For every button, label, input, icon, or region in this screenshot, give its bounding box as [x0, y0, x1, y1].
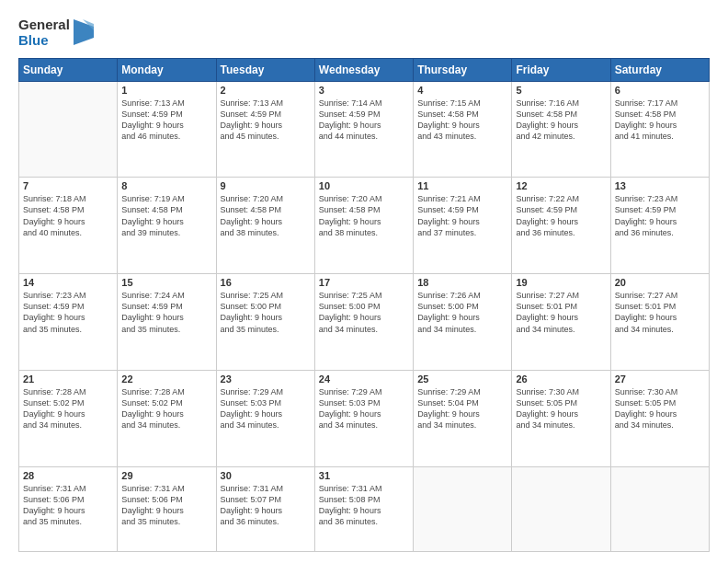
calendar-cell: [512, 466, 610, 551]
calendar-cell: 24Sunrise: 7:29 AM Sunset: 5:03 PM Dayli…: [314, 371, 413, 467]
logo: General Blue: [18, 17, 94, 49]
day-info: Sunrise: 7:20 AM Sunset: 4:58 PM Dayligh…: [221, 193, 311, 238]
day-number: 29: [121, 470, 211, 481]
logo-blue: Blue: [18, 32, 70, 48]
day-number: 12: [516, 180, 606, 191]
day-number: 5: [516, 85, 606, 96]
calendar-header-tuesday: Tuesday: [216, 58, 314, 81]
calendar-cell: 25Sunrise: 7:29 AM Sunset: 5:04 PM Dayli…: [414, 371, 512, 467]
day-info: Sunrise: 7:31 AM Sunset: 5:07 PM Dayligh…: [221, 483, 311, 528]
header: General Blue: [18, 17, 710, 49]
calendar-cell: 23Sunrise: 7:29 AM Sunset: 5:03 PM Dayli…: [216, 371, 314, 467]
day-info: Sunrise: 7:23 AM Sunset: 4:59 PM Dayligh…: [615, 193, 705, 238]
calendar-cell: 2Sunrise: 7:13 AM Sunset: 4:59 PM Daylig…: [216, 81, 314, 178]
day-info: Sunrise: 7:14 AM Sunset: 4:59 PM Dayligh…: [319, 98, 409, 143]
day-number: 28: [23, 470, 113, 481]
calendar-header-saturday: Saturday: [610, 58, 709, 81]
calendar-cell: 30Sunrise: 7:31 AM Sunset: 5:07 PM Dayli…: [216, 466, 314, 551]
calendar-table: SundayMondayTuesdayWednesdayThursdayFrid…: [18, 58, 710, 553]
day-info: Sunrise: 7:16 AM Sunset: 4:58 PM Dayligh…: [516, 98, 606, 143]
day-number: 16: [221, 277, 311, 288]
calendar-cell: 11Sunrise: 7:21 AM Sunset: 4:59 PM Dayli…: [414, 178, 512, 274]
calendar-cell: 17Sunrise: 7:25 AM Sunset: 5:00 PM Dayli…: [314, 274, 413, 371]
day-info: Sunrise: 7:23 AM Sunset: 4:59 PM Dayligh…: [23, 290, 113, 335]
day-info: Sunrise: 7:31 AM Sunset: 5:06 PM Dayligh…: [23, 483, 113, 528]
calendar-cell: 7Sunrise: 7:18 AM Sunset: 4:58 PM Daylig…: [19, 178, 118, 274]
calendar-cell: 29Sunrise: 7:31 AM Sunset: 5:06 PM Dayli…: [118, 466, 216, 551]
day-info: Sunrise: 7:29 AM Sunset: 5:03 PM Dayligh…: [221, 386, 311, 431]
day-number: 20: [615, 277, 705, 288]
day-info: Sunrise: 7:29 AM Sunset: 5:03 PM Dayligh…: [319, 386, 409, 431]
calendar-cell: 31Sunrise: 7:31 AM Sunset: 5:08 PM Dayli…: [314, 466, 413, 551]
day-number: 10: [319, 180, 409, 191]
day-number: 18: [417, 277, 507, 288]
calendar-cell: 8Sunrise: 7:19 AM Sunset: 4:58 PM Daylig…: [118, 178, 216, 274]
calendar-week-5: 28Sunrise: 7:31 AM Sunset: 5:06 PM Dayli…: [19, 466, 710, 551]
day-info: Sunrise: 7:24 AM Sunset: 4:59 PM Dayligh…: [121, 290, 211, 335]
calendar-cell: 22Sunrise: 7:28 AM Sunset: 5:02 PM Dayli…: [118, 371, 216, 467]
day-number: 4: [417, 85, 507, 96]
day-number: 15: [121, 277, 211, 288]
day-number: 19: [516, 277, 606, 288]
calendar-week-4: 21Sunrise: 7:28 AM Sunset: 5:02 PM Dayli…: [19, 371, 710, 467]
day-number: 24: [319, 373, 409, 385]
day-number: 13: [615, 180, 705, 191]
calendar-cell: 9Sunrise: 7:20 AM Sunset: 4:58 PM Daylig…: [216, 178, 314, 274]
day-info: Sunrise: 7:28 AM Sunset: 5:02 PM Dayligh…: [23, 386, 113, 431]
calendar-cell: 28Sunrise: 7:31 AM Sunset: 5:06 PM Dayli…: [19, 466, 118, 551]
calendar-header-friday: Friday: [512, 58, 610, 81]
calendar-cell: 21Sunrise: 7:28 AM Sunset: 5:02 PM Dayli…: [19, 371, 118, 467]
day-info: Sunrise: 7:25 AM Sunset: 5:00 PM Dayligh…: [319, 290, 409, 335]
page: General Blue SundayMondayTuesdayWednesda…: [0, 0, 728, 563]
day-info: Sunrise: 7:26 AM Sunset: 5:00 PM Dayligh…: [417, 290, 507, 335]
calendar-header-sunday: Sunday: [19, 58, 118, 81]
calendar-cell: 26Sunrise: 7:30 AM Sunset: 5:05 PM Dayli…: [512, 371, 610, 467]
day-info: Sunrise: 7:19 AM Sunset: 4:58 PM Dayligh…: [121, 193, 211, 238]
calendar-cell: [19, 81, 118, 178]
day-number: 26: [516, 373, 606, 385]
day-info: Sunrise: 7:29 AM Sunset: 5:04 PM Dayligh…: [417, 386, 507, 431]
logo-general: General: [18, 17, 70, 32]
day-number: 25: [417, 373, 507, 385]
day-number: 7: [23, 180, 113, 191]
day-number: 27: [615, 373, 705, 385]
calendar-cell: 15Sunrise: 7:24 AM Sunset: 4:59 PM Dayli…: [118, 274, 216, 371]
day-info: Sunrise: 7:25 AM Sunset: 5:00 PM Dayligh…: [221, 290, 311, 335]
logo-wordmark: General Blue: [18, 17, 94, 49]
day-info: Sunrise: 7:21 AM Sunset: 4:59 PM Dayligh…: [417, 193, 507, 238]
logo-bird-icon: [74, 19, 94, 45]
day-info: Sunrise: 7:13 AM Sunset: 4:59 PM Dayligh…: [221, 98, 311, 143]
day-number: 6: [615, 85, 705, 96]
day-number: 2: [221, 85, 311, 96]
day-info: Sunrise: 7:30 AM Sunset: 5:05 PM Dayligh…: [615, 386, 705, 431]
calendar-cell: 13Sunrise: 7:23 AM Sunset: 4:59 PM Dayli…: [610, 178, 709, 274]
calendar-cell: 4Sunrise: 7:15 AM Sunset: 4:58 PM Daylig…: [414, 81, 512, 178]
calendar-cell: 3Sunrise: 7:14 AM Sunset: 4:59 PM Daylig…: [314, 81, 413, 178]
day-info: Sunrise: 7:31 AM Sunset: 5:06 PM Dayligh…: [121, 483, 211, 528]
day-number: 23: [221, 373, 311, 385]
day-number: 14: [23, 277, 113, 288]
calendar-header-wednesday: Wednesday: [314, 58, 413, 81]
day-number: 8: [121, 180, 211, 191]
calendar-cell: 19Sunrise: 7:27 AM Sunset: 5:01 PM Dayli…: [512, 274, 610, 371]
calendar-cell: 27Sunrise: 7:30 AM Sunset: 5:05 PM Dayli…: [610, 371, 709, 467]
calendar-header-monday: Monday: [118, 58, 216, 81]
day-info: Sunrise: 7:17 AM Sunset: 4:58 PM Dayligh…: [615, 98, 705, 143]
day-number: 31: [319, 470, 409, 481]
calendar-cell: 18Sunrise: 7:26 AM Sunset: 5:00 PM Dayli…: [414, 274, 512, 371]
calendar-cell: [414, 466, 512, 551]
calendar-week-1: 1Sunrise: 7:13 AM Sunset: 4:59 PM Daylig…: [19, 81, 710, 178]
day-info: Sunrise: 7:31 AM Sunset: 5:08 PM Dayligh…: [319, 483, 409, 528]
calendar-week-3: 14Sunrise: 7:23 AM Sunset: 4:59 PM Dayli…: [19, 274, 710, 371]
day-info: Sunrise: 7:27 AM Sunset: 5:01 PM Dayligh…: [516, 290, 606, 335]
day-info: Sunrise: 7:22 AM Sunset: 4:59 PM Dayligh…: [516, 193, 606, 238]
day-info: Sunrise: 7:27 AM Sunset: 5:01 PM Dayligh…: [615, 290, 705, 335]
day-number: 9: [221, 180, 311, 191]
calendar-cell: 12Sunrise: 7:22 AM Sunset: 4:59 PM Dayli…: [512, 178, 610, 274]
day-number: 21: [23, 373, 113, 385]
day-number: 11: [417, 180, 507, 191]
calendar-cell: [610, 466, 709, 551]
calendar-header-thursday: Thursday: [414, 58, 512, 81]
calendar-header-row: SundayMondayTuesdayWednesdayThursdayFrid…: [19, 58, 710, 81]
calendar-cell: 14Sunrise: 7:23 AM Sunset: 4:59 PM Dayli…: [19, 274, 118, 371]
